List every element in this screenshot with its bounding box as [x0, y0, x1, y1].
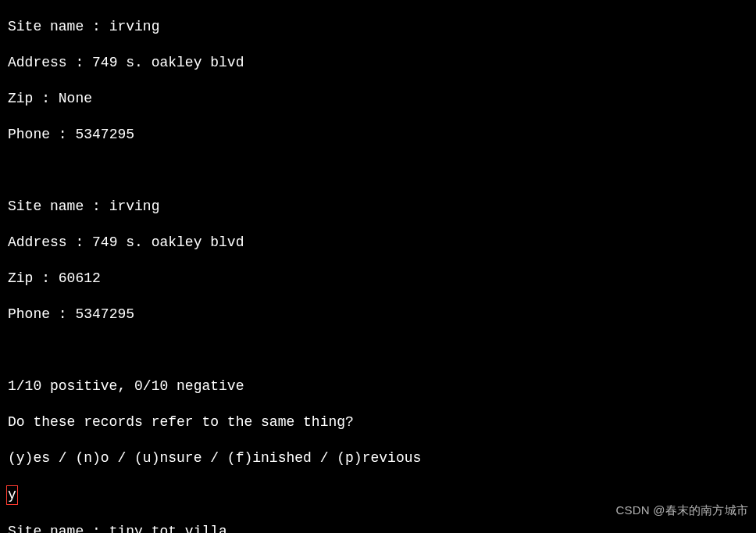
- phone-label: Phone :: [8, 306, 75, 322]
- record-line: Address : 749 s. oakley blvd: [8, 54, 748, 72]
- blank-line: [8, 162, 748, 180]
- zip-label: Zip :: [8, 91, 59, 106]
- address-value: 749 s. oakley blvd: [92, 55, 244, 70]
- options-line: (y)es / (n)o / (u)nsure / (f)inished / (…: [8, 449, 748, 467]
- zip-value: 60612: [59, 270, 101, 286]
- record-line: Site name : irving: [8, 198, 748, 216]
- terminal-output[interactable]: Site name : irving Address : 749 s. oakl…: [0, 0, 756, 533]
- site-name-value: irving: [109, 19, 160, 34]
- site-name-label: Site name :: [8, 199, 109, 214]
- record-line: Address : 749 s. oakley blvd: [8, 234, 748, 252]
- phone-value: 5347295: [75, 306, 134, 322]
- zip-value: None: [59, 91, 92, 106]
- site-name-label: Site name :: [8, 19, 109, 34]
- site-name-value: tiny tot villa: [109, 524, 227, 533]
- blank-line: [8, 342, 748, 360]
- record-line: Phone : 5347295: [8, 306, 748, 324]
- record-line: Zip : 60612: [8, 270, 748, 288]
- address-value: 749 s. oakley blvd: [92, 234, 244, 250]
- status-line: 1/10 positive, 0/10 negative: [8, 377, 748, 395]
- phone-label: Phone :: [8, 127, 75, 142]
- question-line: Do these records refer to the same thing…: [8, 413, 748, 431]
- record-line: Site name : tiny tot villa: [8, 523, 748, 533]
- record-line: Site name : irving: [8, 18, 748, 36]
- site-name-label: Site name :: [8, 524, 109, 533]
- zip-label: Zip :: [8, 270, 59, 286]
- record-line: Zip : None: [8, 90, 748, 108]
- phone-value: 5347295: [75, 127, 134, 142]
- watermark-text: CSDN @春末的南方城市: [616, 501, 749, 519]
- record-line: Phone : 5347295: [8, 126, 748, 144]
- address-label: Address :: [8, 234, 92, 250]
- address-label: Address :: [8, 55, 92, 70]
- site-name-value: irving: [109, 199, 160, 214]
- user-response: y: [6, 485, 18, 505]
